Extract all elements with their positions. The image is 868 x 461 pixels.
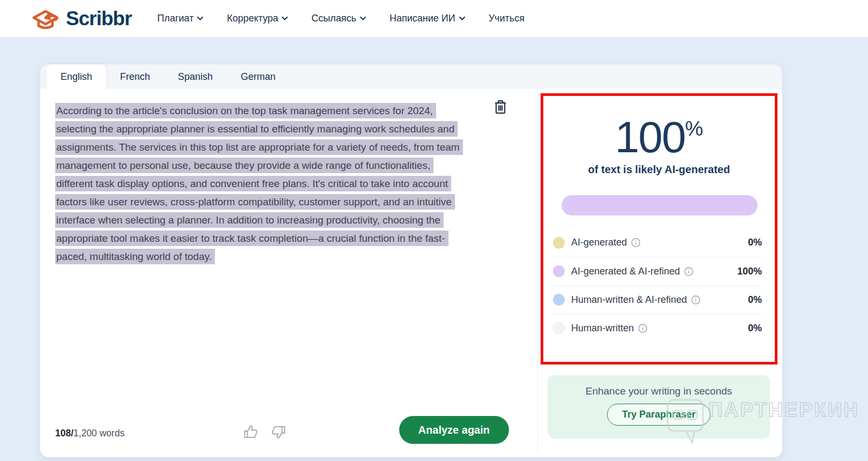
legend-row-human-written: Human-written 0% (553, 314, 762, 342)
menu-item-label: Ссылаясь (311, 13, 356, 24)
scribbr-logo[interactable]: Scribbr (29, 3, 132, 34)
editor-text-line: paced, multitasking world of today. (55, 248, 489, 266)
menu-item-proofreading[interactable]: Корректура (227, 13, 288, 24)
graduation-cap-icon (29, 3, 62, 34)
legend-label: Human-written (571, 323, 634, 334)
legend-label: AI-generated & AI-refined (571, 266, 680, 277)
paraphraser-promo-card: Enhance your writing in seconds Try Para… (548, 375, 770, 438)
promo-title: Enhance your writing in seconds (548, 385, 770, 397)
logo-wordmark: Scribbr (66, 8, 132, 30)
info-icon[interactable] (684, 267, 693, 276)
trash-icon (493, 100, 507, 115)
legend-value: 0% (748, 294, 762, 306)
editor-text-line: interface when selecting a planner. In a… (55, 211, 489, 229)
legend-dot (553, 322, 565, 334)
clear-text-button[interactable] (493, 100, 508, 116)
info-icon[interactable] (691, 295, 700, 304)
info-icon[interactable] (631, 238, 640, 247)
language-tab-bar: English French Spanish German (40, 64, 782, 89)
menu-item-learn[interactable]: Учиться (489, 13, 525, 24)
ai-score-unit: % (685, 117, 704, 140)
editor-text-line: According to the article's conclusion on… (55, 102, 489, 120)
legend-value: 0% (748, 323, 762, 334)
editor-text-line: management to personal use, because they… (55, 157, 489, 175)
legend-label: AI-generated (571, 237, 627, 248)
tab-english[interactable]: English (47, 64, 106, 89)
try-paraphraser-button[interactable]: Try Paraphraser (607, 404, 710, 426)
tab-german[interactable]: German (227, 64, 289, 89)
editor-text-line: assignments. The services in this top li… (55, 138, 489, 157)
menu-item-label: Корректура (227, 13, 278, 24)
thumbs-down-button[interactable] (271, 424, 287, 440)
tab-spanish[interactable]: Spanish (164, 64, 227, 89)
thumbs-up-icon (243, 424, 259, 440)
editor-panel: According to the article's conclusion on… (40, 89, 537, 457)
legend-value: 0% (748, 237, 762, 248)
word-count: 108/1,200 words (55, 428, 124, 439)
main-menu: Плагиат Корректура Ссылаясь Написание ИИ… (158, 13, 525, 24)
results-panel: 100% of text is likely AI-generated AI-g… (538, 89, 782, 457)
top-navbar: Scribbr Плагиат Корректура Ссылаясь Напи… (0, 0, 868, 38)
editor-text-line: appropriate tool makes it easier to trac… (55, 229, 489, 248)
menu-item-ai-writing[interactable]: Написание ИИ (390, 13, 465, 24)
info-icon[interactable] (638, 324, 647, 333)
tab-french[interactable]: French (106, 64, 164, 89)
thumbs-down-icon (271, 424, 287, 440)
ai-progress-bar-fill (562, 195, 758, 215)
legend-dot (553, 237, 565, 249)
chevron-down-icon (360, 17, 366, 20)
ai-score-value: 100 (615, 113, 685, 161)
editor-text-line: factors like user reviews, cross-platfor… (55, 193, 489, 211)
ai-score-subtitle: of text is likely AI-generated (543, 163, 775, 176)
word-count-current: 108/ (55, 428, 73, 438)
editor-text-line: selecting the appropriate planner is ess… (55, 120, 489, 138)
legend-value: 100% (737, 266, 762, 277)
feedback-controls (243, 424, 287, 440)
menu-item-label: Учиться (489, 13, 525, 24)
chevron-down-icon (459, 17, 465, 20)
legend-label: Human-written & AI-refined (571, 294, 687, 306)
ai-score-highlight-box: 100% of text is likely AI-generated AI-g… (541, 93, 777, 365)
analyze-again-button[interactable]: Analyze again (399, 416, 509, 444)
detector-content: According to the article's conclusion on… (40, 89, 782, 457)
word-count-limit: 1,200 words (73, 428, 124, 438)
ai-detector-card: English French Spanish German According … (40, 64, 782, 457)
menu-item-citing[interactable]: Ссылаясь (311, 13, 366, 24)
legend-row-human-written-ai-refined: Human-written & AI-refined 0% (553, 285, 762, 314)
legend-row-ai-generated-ai-refined: AI-generated & AI-refined 100% (553, 257, 762, 285)
legend-row-ai-generated: AI-generated 0% (553, 228, 762, 257)
chevron-down-icon (282, 17, 288, 20)
ai-score: 100% (543, 112, 775, 162)
thumbs-up-button[interactable] (243, 424, 259, 440)
score-legend: AI-generated 0% AI-generated & AI-refine… (543, 228, 775, 342)
legend-dot (553, 294, 565, 306)
editor-text[interactable]: According to the article's conclusion on… (55, 102, 489, 266)
editor-text-line: different task display options, and conv… (55, 175, 489, 193)
ai-progress-bar (562, 195, 758, 215)
menu-item-plagiarism[interactable]: Плагиат (158, 13, 204, 24)
chevron-down-icon (197, 17, 203, 20)
menu-item-label: Написание ИИ (390, 13, 455, 24)
legend-dot (553, 265, 565, 277)
menu-item-label: Плагиат (158, 13, 194, 24)
